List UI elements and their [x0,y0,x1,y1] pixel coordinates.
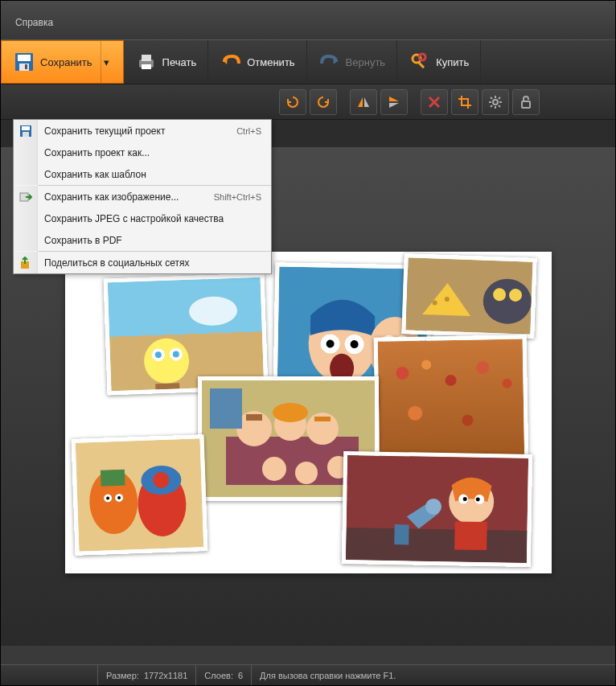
print-label: Печать [162,56,197,68]
menu-item-shortcut: Ctrl+S [236,126,261,136]
save-menu-item[interactable]: Поделиться в социальных сетях [14,252,271,273]
redo-button[interactable]: Вернуть [307,40,398,84]
collage-photo[interactable] [401,253,536,339]
save-dropdown-arrow[interactable]: ▾ [101,41,112,83]
blank-icon [14,207,38,229]
status-layers: Слоев: 6 [195,665,251,685]
rotate-left-button[interactable] [279,89,306,115]
export-icon [14,186,38,207]
menu-help[interactable]: Справка [15,17,53,28]
svg-rect-42 [246,414,262,421]
svg-point-47 [262,457,286,481]
share-icon [14,252,38,273]
svg-point-10 [493,100,498,105]
svg-point-39 [462,415,473,426]
collage-photo[interactable] [373,335,528,466]
status-bar: Размер: 1772x1181 Слоев: 6 Для вызова сп… [1,664,615,685]
svg-rect-2 [19,64,29,71]
status-help-hint: Для вызова справки нажмите F1. [251,665,404,685]
lock-button[interactable] [512,89,540,115]
save-menu-item[interactable]: Сохранить JPEG с настройкой качества [14,207,271,229]
svg-rect-3 [25,64,27,69]
save-menu-item[interactable]: Сохранить как изображение...Shift+Ctrl+S [14,186,271,207]
save-icon [14,120,38,142]
save-menu-item[interactable]: Сохранить в PDF [14,229,271,251]
flip-horizontal-button[interactable] [350,89,377,115]
blank-icon [14,142,38,163]
rotate-right-button[interactable] [310,89,337,115]
svg-rect-70 [22,126,30,130]
svg-rect-8 [417,61,425,68]
menu-item-label: Сохранить проект как... [38,147,261,158]
redo-label: Вернуть [346,56,386,68]
menu-item-label: Сохранить как шаблон [38,169,261,180]
key-icon [409,51,431,73]
save-menu-item[interactable]: Сохранить текущий проектCtrl+S [14,120,271,142]
menu-item-label: Поделиться в социальных сетях [38,257,261,269]
buy-label: Купить [436,56,469,68]
settings-button[interactable] [482,89,509,115]
undo-label: Отменить [247,56,294,68]
undo-button[interactable]: Отменить [208,40,306,84]
svg-rect-46 [314,417,331,421]
svg-point-34 [421,359,431,369]
save-label: Сохранить [40,56,92,68]
menu-item-label: Сохранить в PDF [38,235,261,246]
menu-item-label: Сохранить JPEG с настройкой качества [38,213,261,224]
svg-point-37 [502,379,511,388]
svg-rect-71 [23,132,29,137]
blank-icon [14,163,38,185]
buy-button[interactable]: Купить [397,40,481,84]
menu-bar: Справка [1,1,615,39]
save-dropdown-menu: Сохранить текущий проектCtrl+SСохранить … [13,119,272,274]
secondary-toolbar [1,84,615,120]
flip-vertical-button[interactable] [380,89,408,115]
blank-icon [14,229,38,251]
svg-point-33 [396,367,409,380]
status-size: Размер: 1772x1181 [97,665,195,685]
svg-rect-50 [210,388,242,429]
svg-point-12 [143,338,190,384]
print-icon [135,51,158,73]
crop-button[interactable] [451,89,478,115]
svg-point-9 [419,54,425,60]
svg-rect-17 [155,383,180,391]
svg-point-18 [188,296,237,327]
save-menu-item[interactable]: Сохранить проект как... [14,142,271,163]
svg-point-35 [445,375,456,386]
menu-item-label: Сохранить как изображение... [38,191,214,203]
svg-rect-66 [454,521,487,550]
save-icon [13,51,35,73]
save-menu-item[interactable]: Сохранить как шаблон [14,163,271,185]
svg-point-44 [273,403,308,422]
main-toolbar: Сохранить ▾ Печать Отменить Вернуть Ку [1,39,615,84]
svg-rect-68 [394,524,409,544]
svg-rect-11 [522,101,530,108]
undo-icon [220,51,242,73]
delete-button[interactable] [421,89,448,115]
svg-rect-6 [142,64,151,69]
svg-point-48 [295,462,318,484]
menu-item-shortcut: Shift+Ctrl+S [214,192,261,202]
print-button[interactable]: Печать [124,40,209,84]
svg-rect-52 [100,470,125,487]
app-window: Справка Сохранить ▾ Печать Отменить [0,0,616,686]
svg-point-38 [408,406,422,421]
svg-rect-1 [18,55,31,61]
svg-point-36 [476,361,489,374]
collage-photo[interactable] [71,434,207,556]
menu-item-label: Сохранить текущий проект [38,125,236,137]
save-button[interactable]: Сохранить ▾ [1,40,124,84]
svg-rect-60 [345,528,528,563]
collage-photo[interactable] [341,451,532,567]
redo-icon [318,51,341,73]
collage-canvas[interactable] [65,252,552,573]
svg-rect-5 [142,55,151,61]
